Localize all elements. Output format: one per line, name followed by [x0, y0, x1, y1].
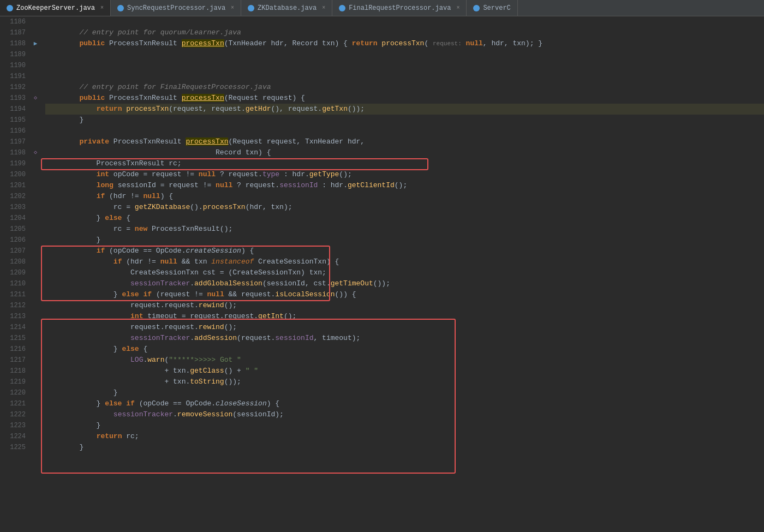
code-line-1221: } else if (opCode == OpCode.closeSession…: [45, 398, 764, 409]
tab-close-2[interactable]: ×: [231, 5, 234, 11]
gutter-1201: [30, 180, 41, 191]
code-line-1211: } else if (request != null && request.is…: [45, 289, 764, 300]
ln-1211: 1211: [0, 289, 26, 300]
ln-1201: 1201: [0, 180, 26, 191]
gutter-1218: [30, 366, 41, 376]
kw-if-1211: if: [143, 290, 152, 298]
ln-1202: 1202: [0, 191, 26, 202]
gutter-1194: [30, 104, 41, 115]
field-sessionId-1215: sessionId: [275, 334, 313, 342]
ln-1205: 1205: [0, 224, 26, 235]
method-warn-1217: warn: [147, 356, 164, 364]
tab-close-1[interactable]: ×: [100, 5, 104, 11]
kw-return-1194: return: [97, 105, 122, 113]
ln-1217: 1217: [0, 355, 26, 366]
code-line-1192: // entry point for FinalRequestProcessor…: [45, 82, 764, 93]
comment-1187: // entry point for quorum/Learner.java: [79, 28, 241, 37]
null-1201: null: [216, 181, 232, 189]
kw-int-1213: int: [130, 312, 143, 320]
method-getTimeOut-1210: getTimeOut: [331, 279, 373, 288]
gutter-1223: [30, 420, 41, 431]
method-addSession-1215: addSession: [194, 334, 237, 342]
code-line-1216: } else {: [45, 344, 764, 355]
ln-1204: 1204: [0, 213, 26, 224]
ln-1195: 1195: [0, 115, 26, 125]
code-line-1187: // entry point for quorum/Learner.java: [45, 27, 764, 38]
gutter-1188[interactable]: ▶: [30, 38, 41, 49]
tab-label-2: SyncRequestProcessor.java: [127, 4, 225, 12]
gutter-1205: [30, 224, 41, 235]
gutter-1213: [30, 311, 41, 322]
tab-serverc[interactable]: ServerC: [467, 0, 517, 16]
field-sessionTracker-1210: sessionTracker: [130, 279, 190, 288]
kw-if-1207: if: [97, 247, 105, 255]
code-line-1207: if (opCode == OpCode.createSession) {: [45, 246, 764, 256]
gutter-1221: [30, 398, 41, 409]
kw-return-1188: return: [352, 39, 378, 47]
code-content[interactable]: // entry point for quorum/Learner.java p…: [41, 16, 764, 453]
gutter-1210: [30, 278, 41, 289]
gutter-1206: [30, 235, 41, 246]
tab-close-3[interactable]: ×: [322, 5, 325, 11]
gutter-1198: ◇: [30, 147, 41, 158]
kw-public-1193: public: [79, 94, 105, 102]
code-line-1190: [45, 60, 764, 71]
gutter-1204: [30, 213, 41, 224]
null-1202: null: [143, 192, 160, 200]
code-line-1215: sessionTracker.addSession(request.sessio…: [45, 333, 764, 344]
ln-1216: 1216: [0, 344, 26, 355]
ln-1197: 1197: [0, 136, 26, 147]
method-rewind-1212: rewind: [199, 301, 224, 309]
tab-icon-5: [473, 5, 480, 11]
gutter-1222: [30, 409, 41, 420]
ln-1192: 1192: [0, 82, 26, 93]
gutter-1215: [30, 333, 41, 344]
gutter-1200: [30, 169, 41, 180]
ln-1215: 1215: [0, 333, 26, 344]
ln-1225: 1225: [0, 442, 26, 453]
tab-syncrequestprocessor[interactable]: SyncRequestProcessor.java ×: [111, 0, 241, 16]
method-getType-1200: getType: [309, 170, 339, 178]
code-line-1220: }: [45, 387, 764, 398]
code-line-1218: + txn.getClass() + " ": [45, 366, 764, 376]
kw-new-1205: new: [135, 225, 147, 233]
code-line-1199: ProcessTxnResult rc;: [45, 158, 764, 169]
tab-zookeeperserver[interactable]: ZooKeeperServer.java ×: [0, 0, 111, 16]
ln-1222: 1222: [0, 409, 26, 420]
ln-1190: 1190: [0, 60, 26, 71]
null-1200: null: [199, 170, 216, 178]
field-LOG-1217: LOG: [130, 356, 143, 364]
tab-zkdatabase[interactable]: ZKDatabase.java ×: [241, 0, 332, 16]
code-line-1189: [45, 49, 764, 60]
ln-1187: 1187: [0, 27, 26, 38]
code-line-1213: int timeout = request.request.getInt();: [45, 311, 764, 322]
ln-1214: 1214: [0, 322, 26, 333]
code-line-1210: sessionTracker.addGlobalSession(sessionI…: [45, 278, 764, 289]
code-line-1224: return rc;: [45, 431, 764, 442]
expand-arrow-1188[interactable]: ▶: [34, 38, 38, 49]
tab-finalrequestprocessor[interactable]: FinalRequestProcessor.java ×: [332, 0, 467, 16]
ln-1224: 1224: [0, 431, 26, 442]
ln-1213: 1213: [0, 311, 26, 322]
gutter-1211: [30, 289, 41, 300]
str-1217: "*****>>>>> Got ": [169, 356, 241, 364]
ln-1199: 1199: [0, 158, 26, 169]
ln-1218: 1218: [0, 366, 26, 376]
method-processTxn-1188: processTxn: [381, 39, 424, 47]
tab-icon-4: [339, 5, 345, 11]
tab-close-4[interactable]: ×: [456, 5, 459, 11]
method-getInt-1213: getInt: [258, 312, 284, 320]
method-getClientId-1201: getClientId: [348, 181, 395, 189]
method-getZKDatabase-1203: getZKDatabase: [135, 203, 190, 211]
gutter-1191: [30, 71, 41, 82]
gutter-1190: [30, 60, 41, 71]
code-line-1204: } else {: [45, 213, 764, 224]
gutter-1199: [30, 158, 41, 169]
code-line-1223: }: [45, 420, 764, 431]
line-numbers: 1186 1187 1188 1189 1190 1191 1192 1193 …: [0, 16, 30, 532]
null-1211: null: [207, 290, 224, 298]
code-line-1202: if (hdr != null) {: [45, 191, 764, 202]
ln-1223: 1223: [0, 420, 26, 431]
ln-1209: 1209: [0, 267, 26, 278]
gutter-1193: ◇: [30, 93, 41, 104]
